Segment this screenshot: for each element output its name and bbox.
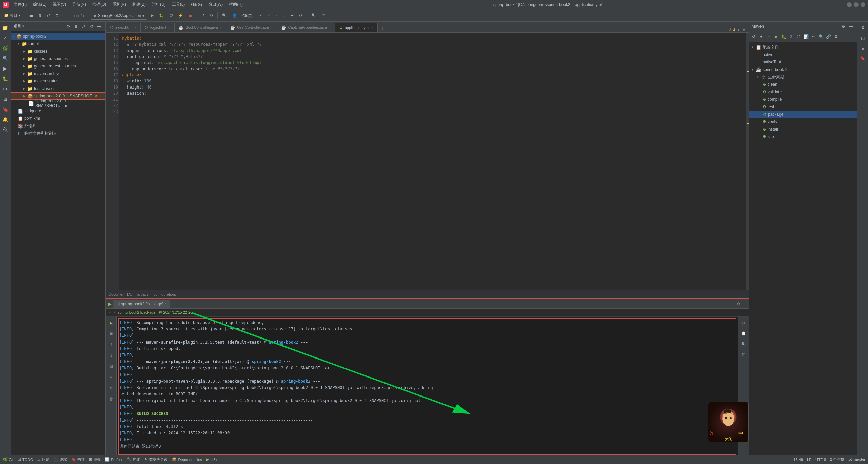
plugins-icon[interactable]: 🔌 bbox=[1, 125, 10, 134]
tab-close-icon[interactable]: × bbox=[134, 26, 136, 30]
git-icon[interactable]: 🌿 bbox=[1, 43, 10, 53]
status-git[interactable]: 🌿 Git bbox=[3, 457, 14, 462]
run-configuration[interactable]: ▶ SpringBook2Application ▾ bbox=[91, 12, 147, 20]
maven-item-native-test[interactable]: nativeTest bbox=[749, 58, 857, 66]
maven-item-native[interactable]: native bbox=[749, 51, 857, 58]
maven-item-install[interactable]: ⚙ install bbox=[749, 125, 857, 133]
status-terminal[interactable]: ⬛ 终端 bbox=[54, 457, 67, 462]
project-selector[interactable]: 📁 项目 ▾ bbox=[2, 11, 22, 20]
stop-btn[interactable]: ⏹ bbox=[186, 11, 194, 20]
git-check-btn[interactable]: ✓ bbox=[257, 11, 264, 20]
toolbar-btn-1[interactable]: ☰ bbox=[27, 11, 35, 20]
right-icon-1[interactable]: ⚙ bbox=[858, 23, 868, 33]
panel-filter-btn[interactable]: ⇄ bbox=[80, 23, 87, 30]
git-action-btn[interactable]: ↑ bbox=[274, 11, 280, 20]
redo-btn[interactable]: ↻ bbox=[208, 11, 215, 20]
trash-btn[interactable]: 🗑 bbox=[106, 394, 116, 404]
run-tab-close-icon[interactable]: × bbox=[165, 302, 167, 306]
panel-expand-btn[interactable]: ⇅ bbox=[73, 23, 79, 30]
maven-refresh-btn[interactable]: ↺ bbox=[750, 33, 757, 40]
menu-navigate[interactable]: 导航(N) bbox=[70, 1, 89, 8]
filter-btn[interactable]: ⊟ bbox=[106, 362, 116, 371]
structure-icon[interactable]: ⊞ bbox=[1, 94, 10, 104]
menu-help[interactable]: 帮助(H) bbox=[226, 1, 245, 8]
status-bookmarks[interactable]: 🔖 书签 bbox=[71, 457, 85, 462]
run-right-btn-1[interactable]: ⚙ bbox=[739, 318, 748, 328]
tree-item-gen-sources[interactable]: ▶ 📁 generated-sources bbox=[11, 55, 105, 62]
tree-item-pom[interactable]: 📋 pom.xml bbox=[11, 115, 105, 122]
run-icon-btn[interactable]: ▶ bbox=[108, 302, 112, 306]
run-right-btn-4[interactable]: ◫ bbox=[739, 350, 748, 359]
menu-edit[interactable]: 编辑(E) bbox=[30, 1, 49, 8]
code-content[interactable]: mybatis: # ?? mybatis xml ??????? resour… bbox=[119, 33, 746, 290]
right-icon-3[interactable]: ⊞ bbox=[858, 43, 868, 53]
menu-tools[interactable]: 工具(L) bbox=[169, 1, 188, 8]
status-run[interactable]: ▶ 运行 bbox=[206, 457, 218, 462]
tree-item-external-libs[interactable]: 📚 外部库 bbox=[11, 122, 105, 130]
maven-generate-btn[interactable]: ⬡ bbox=[795, 33, 802, 40]
scroll-end-btn[interactable]: ⤓ bbox=[106, 351, 116, 360]
restart-btn[interactable]: ▶ bbox=[106, 318, 116, 328]
format-btn[interactable]: ⬚ bbox=[319, 11, 327, 20]
tree-item-scratch[interactable]: 🗒 临时文件和控制台 bbox=[11, 130, 105, 137]
tab-login-html[interactable]: ⬡ login.html × bbox=[141, 23, 175, 32]
settings-icon[interactable]: ⚙ bbox=[1, 84, 10, 94]
run-close-icon[interactable]: — bbox=[742, 302, 746, 306]
maven-item-lifecycle[interactable]: ▾ ⏱ 生命周期 bbox=[749, 73, 857, 81]
tree-item-gen-test-sources[interactable]: ▶ 📁 generated-test-sources bbox=[11, 62, 105, 70]
maven-run-btn[interactable]: ▶ bbox=[773, 33, 780, 40]
rollback-btn[interactable]: ↩ bbox=[289, 11, 296, 20]
run-btn[interactable]: ▶ bbox=[149, 11, 156, 20]
maven-item-site[interactable]: ⚙ site bbox=[749, 133, 857, 140]
status-services[interactable]: ⊞ 服务 bbox=[89, 457, 101, 462]
status-dependencies[interactable]: 📦 Dependencies bbox=[172, 457, 202, 462]
undo-btn[interactable]: ↺ bbox=[199, 11, 206, 20]
tab-close-icon[interactable]: × bbox=[271, 26, 273, 30]
status-db-changes[interactable]: 🗄 数据库更改 bbox=[144, 457, 168, 462]
maven-debug-btn[interactable]: 🐛 bbox=[780, 33, 787, 40]
toolbar-btn-3[interactable]: ⇄ bbox=[45, 11, 52, 20]
find-icon[interactable]: 🔍 bbox=[1, 54, 10, 63]
maven-item-test[interactable]: ⚙ test bbox=[749, 103, 857, 111]
menu-file[interactable]: 文件(F) bbox=[11, 1, 29, 8]
user-btn[interactable]: 👤 bbox=[230, 11, 239, 20]
project-view-icon[interactable]: 📁 bbox=[1, 23, 10, 33]
maven-collapse-btn[interactable]: ⇤ bbox=[810, 33, 817, 40]
menu-view[interactable]: 视图(V) bbox=[50, 1, 69, 8]
run-settings-icon[interactable]: ⚙ bbox=[737, 302, 741, 306]
menu-build[interactable]: 构建(B) bbox=[130, 1, 149, 8]
tree-item-classes[interactable]: ▶ 📁 classes bbox=[11, 47, 105, 55]
menu-window[interactable]: 窗口(W) bbox=[205, 1, 225, 8]
tab-close-icon[interactable]: × bbox=[329, 26, 331, 30]
run-right-btn-2[interactable]: 📋 bbox=[739, 329, 748, 338]
status-problems[interactable]: ⚠ 问题 bbox=[37, 457, 50, 462]
right-icon-2[interactable]: ◫ bbox=[858, 33, 868, 43]
menu-code[interactable]: 代码(O) bbox=[90, 1, 109, 8]
tab-captcha-properties[interactable]: ☕ CaptchaProperties.java × bbox=[277, 23, 335, 32]
tab-book-controller[interactable]: ☕ BookController.java × bbox=[175, 23, 226, 32]
menu-refactor[interactable]: 重构(R) bbox=[110, 1, 129, 8]
run-tab-package[interactable]: ⬡ spring-book2 [package] × bbox=[113, 300, 170, 308]
maven-remove-btn[interactable]: − bbox=[765, 33, 772, 40]
scroll-top-btn[interactable]: ⤒ bbox=[106, 340, 116, 349]
debug-btn[interactable]: 🐛 bbox=[157, 11, 166, 20]
tree-item-jar-original[interactable]: 📄 spring-book2-0.0.1-SNAPSHOT.jar.or... bbox=[11, 100, 105, 107]
run-icon[interactable]: ▶ bbox=[1, 64, 10, 73]
search-everywhere-btn[interactable]: 🔍 bbox=[220, 11, 229, 20]
run-right-btn-3[interactable]: 🔍 bbox=[739, 339, 748, 349]
toolbar-btn-5[interactable]: — bbox=[62, 11, 70, 20]
maven-item-clean[interactable]: ⚙ clean bbox=[749, 81, 857, 88]
maven-item-compile[interactable]: ⚙ compile bbox=[749, 96, 857, 103]
maven-item-validate[interactable]: ⚙ validate bbox=[749, 88, 857, 96]
run-with-coverage-btn[interactable]: 🛡 bbox=[167, 11, 175, 20]
git-more-btn[interactable]: ↺ bbox=[297, 11, 304, 20]
right-icon-4[interactable]: 🔖 bbox=[858, 54, 868, 63]
maven-close-btn[interactable]: — bbox=[848, 23, 854, 30]
tree-item-gitignore[interactable]: 📄 .gitignore bbox=[11, 107, 105, 115]
maven-item-config[interactable]: ▾ 📋 配置文件 bbox=[749, 43, 857, 51]
maven-item-spring-book2[interactable]: ▾ ☕ spring-book-2 bbox=[749, 66, 857, 73]
stop-run-btn[interactable]: ⏹ bbox=[106, 329, 116, 339]
build-log[interactable]: [INFO] Recompiling the module because of… bbox=[117, 317, 738, 455]
commit-icon[interactable]: ✓ bbox=[1, 33, 10, 43]
fold-btn[interactable]: ≡ bbox=[106, 372, 116, 382]
